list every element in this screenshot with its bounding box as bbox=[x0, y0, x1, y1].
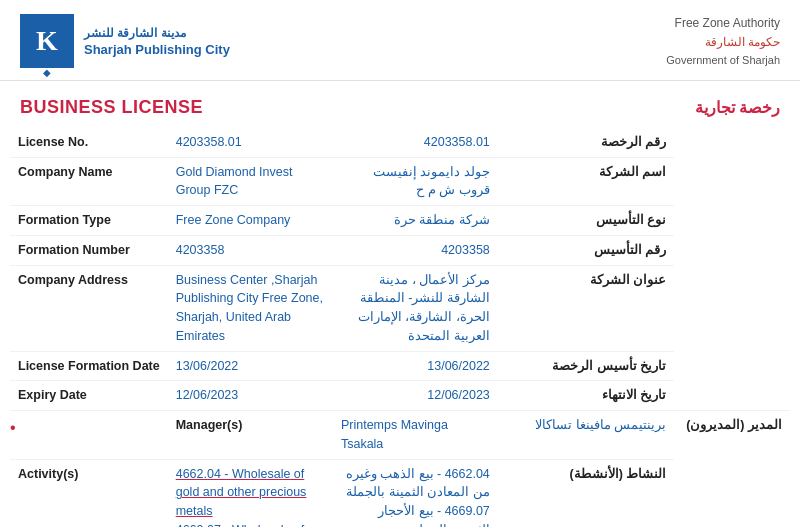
field-label-en: Expiry Date bbox=[10, 381, 168, 411]
table-row: •Manager(s)Printemps Mavinga Tsakalaبرين… bbox=[10, 411, 790, 460]
field-value-en: 4203358 bbox=[168, 235, 333, 265]
field-label-ar: تاريخ الانتهاء bbox=[498, 381, 675, 411]
free-zone-authority-label: Free Zone Authority bbox=[666, 14, 780, 33]
field-label-en: Formation Number bbox=[10, 235, 168, 265]
field-value-ar: برينتيمس مافينغا تساكالا bbox=[498, 411, 675, 460]
table-row: Formation Number42033584203358رقم التأسي… bbox=[10, 235, 790, 265]
field-label-ar: رقم التأسيس bbox=[498, 235, 675, 265]
license-table: License No.4203358.014203358.01رقم الرخص… bbox=[10, 128, 790, 527]
field-value-ar: 4203358.01 bbox=[333, 128, 498, 157]
table-row: Activity(s)4662.04 - Wholesale of gold a… bbox=[10, 459, 790, 527]
government-english: Government of Sharjah bbox=[666, 52, 780, 70]
logo-k-letter: K bbox=[36, 25, 58, 57]
red-dot-indicator: • bbox=[10, 411, 168, 460]
logo-english-text: Sharjah Publishing City bbox=[84, 42, 230, 57]
field-label-ar: النشاط (الأنشطة) bbox=[498, 459, 675, 527]
activity-line-ar: 4669.07 - بيع الأحجار الثمينة بالجملة bbox=[378, 504, 490, 527]
field-value-ar: 4203358 bbox=[333, 235, 498, 265]
field-label-ar: تاريخ تأسيس الرخصة bbox=[498, 351, 675, 381]
field-value-en: 12/06/2023 bbox=[168, 381, 333, 411]
field-label-en: Manager(s) bbox=[168, 411, 333, 460]
table-row: License Formation Date13/06/202213/06/20… bbox=[10, 351, 790, 381]
field-label-ar: رقم الرخصة bbox=[498, 128, 675, 157]
table-row: Company NameGold Diamond Invest Group FZ… bbox=[10, 157, 790, 206]
field-value-ar: 12/06/2023 bbox=[333, 381, 498, 411]
logo-box: K bbox=[20, 14, 74, 68]
field-value-en: Gold Diamond Invest Group FZC bbox=[168, 157, 333, 206]
business-license-title-en: BUSINESS LICENSE bbox=[20, 97, 203, 118]
field-label-ar: نوع التأسيس bbox=[498, 206, 675, 236]
activity-line-en: 4669.07 - Wholesale of precious stones bbox=[176, 523, 305, 527]
field-value-en: 13/06/2022 bbox=[168, 351, 333, 381]
table-row: Formation TypeFree Zone Companyشركة منطق… bbox=[10, 206, 790, 236]
field-label-en: Company Address bbox=[10, 265, 168, 351]
field-value-ar: شركة منطقة حرة bbox=[333, 206, 498, 236]
field-value-en: Free Zone Company bbox=[168, 206, 333, 236]
field-value-ar: مركز الأعمال ، مدينة الشارقة للنشر- المن… bbox=[333, 265, 498, 351]
header-right-info: Free Zone Authority حكومة الشارقة Govern… bbox=[666, 14, 780, 70]
logo-arabic-text: مدينة الشارقة للنشر bbox=[84, 25, 230, 42]
activity-line-ar: 4662.04 - بيع الذهب وغيره من المعادن الث… bbox=[346, 467, 490, 500]
page-header: K مدينة الشارقة للنشر Sharjah Publishing… bbox=[0, 0, 800, 81]
field-value-en: Business Center ,Sharjah Publishing City… bbox=[168, 265, 333, 351]
field-value-ar: 13/06/2022 bbox=[333, 351, 498, 381]
government-arabic: حكومة الشارقة bbox=[666, 33, 780, 52]
field-value-en: 4203358.01 bbox=[168, 128, 333, 157]
title-area: BUSINESS LICENSE رخصة تجارية bbox=[0, 81, 800, 128]
field-label-en: Company Name bbox=[10, 157, 168, 206]
field-value-ar: 4662.04 - بيع الذهب وغيره من المعادن الث… bbox=[333, 459, 498, 527]
field-value-ar: جولد دايموند إنفيست قروب ش م ح bbox=[333, 157, 498, 206]
field-label-ar: المدير (المديرون) bbox=[674, 411, 790, 460]
table-row: Expiry Date12/06/202312/06/2023تاريخ الا… bbox=[10, 381, 790, 411]
field-label-en: Formation Type bbox=[10, 206, 168, 236]
field-value-en: Printemps Mavinga Tsakala bbox=[333, 411, 498, 460]
activity-line-en: 4662.04 - Wholesale of gold and other pr… bbox=[176, 467, 307, 519]
table-row: License No.4203358.014203358.01رقم الرخص… bbox=[10, 128, 790, 157]
logo-area: K مدينة الشارقة للنشر Sharjah Publishing… bbox=[20, 14, 230, 68]
table-row: Company AddressBusiness Center ,Sharjah … bbox=[10, 265, 790, 351]
field-value-en: 4662.04 - Wholesale of gold and other pr… bbox=[168, 459, 333, 527]
business-license-title-ar: رخصة تجارية bbox=[695, 98, 780, 117]
field-label-en: License Formation Date bbox=[10, 351, 168, 381]
field-label-en: Activity(s) bbox=[10, 459, 168, 527]
field-label-ar: عنوان الشركة bbox=[498, 265, 675, 351]
field-label-ar: اسم الشركة bbox=[498, 157, 675, 206]
info-section: License No.4203358.014203358.01رقم الرخص… bbox=[0, 128, 800, 527]
field-label-en: License No. bbox=[10, 128, 168, 157]
